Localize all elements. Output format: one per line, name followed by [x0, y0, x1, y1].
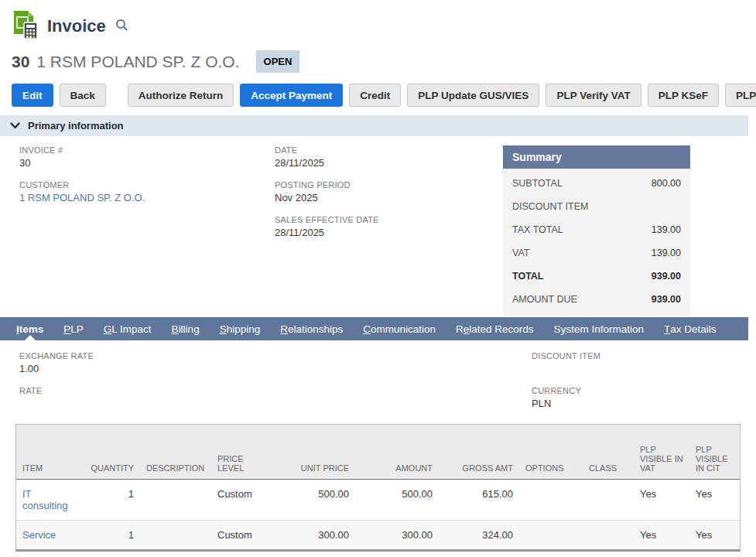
field-value [19, 398, 532, 409]
field-value: 1.00 [19, 363, 532, 374]
field-value: 28/11/2025 [275, 157, 503, 169]
tab-system-information[interactable]: System Information [544, 317, 654, 340]
cell-unit-price: 500.00 [272, 479, 355, 520]
page-title: Invoice [47, 16, 106, 36]
cell-class [583, 479, 634, 520]
tab-billing[interactable]: Billing [162, 317, 210, 340]
field-currency: CURRENCY PLN [532, 386, 756, 409]
back-button[interactable]: Back [60, 84, 106, 107]
summary-value: 939.00 [652, 271, 681, 282]
cell-plp-visible-in-vat: Yes [634, 479, 689, 520]
cell-options [519, 479, 583, 520]
tab-communication[interactable]: Communication [353, 317, 446, 340]
active-tab-notch [25, 335, 36, 340]
cell-options [519, 520, 583, 549]
field-rate: RATE [19, 386, 532, 409]
field-label: DATE [275, 145, 503, 155]
tab-related-records[interactable]: Related Records [446, 317, 544, 340]
cell-unit-price: 300.00 [272, 520, 355, 549]
field-value [532, 363, 756, 374]
column-header-options: OPTIONS [519, 425, 583, 479]
primary-information-body: INVOICE # 30 CUSTOMER 1 RSM POLAND SP. Z… [0, 136, 756, 317]
cell-quantity: 1 [72, 479, 140, 520]
field-invoice-number: INVOICE # 30 [19, 145, 275, 169]
summary-value: 139.00 [652, 248, 681, 258]
search-icon[interactable] [115, 19, 128, 35]
summary-value: 939.00 [652, 294, 681, 305]
summary-title: Summary [503, 145, 690, 169]
summary-label: SUBTOTAL [512, 178, 563, 189]
summary-row-tax-total: TAX TOTAL139.00 [503, 218, 690, 241]
field-exchange-rate: EXCHANGE RATE 1.00 [19, 351, 532, 374]
field-sales-effective-date: SALES EFFECTIVE DATE 28/11/2025 [275, 215, 503, 238]
item-link[interactable]: Service [22, 529, 56, 541]
column-header-plp-visible-in-vat: PLP VISIBLE IN VAT [634, 425, 689, 479]
field-label: CUSTOMER [19, 180, 275, 190]
field-label: RATE [19, 386, 532, 395]
summary-label: TOTAL [512, 271, 544, 282]
tab-gl-impact[interactable]: GL Impact [94, 317, 162, 340]
column-header-item: ITEM [16, 425, 72, 479]
record-name: 1 RSM POLAND SP. Z O.O. [36, 53, 239, 71]
field-discount-item: DISCOUNT ITEM [532, 351, 756, 374]
credit-button[interactable]: Credit [349, 84, 401, 107]
summary-value: 800.00 [652, 178, 681, 189]
cell-plp-visible-in-cit: Yes [689, 520, 740, 549]
tab-plp[interactable]: PLP [53, 317, 94, 340]
authorize-return-button[interactable]: Authorize Return [128, 84, 234, 107]
column-header-unit-price: UNIT PRICE [272, 425, 355, 479]
cell-description [140, 479, 211, 520]
cell-quantity: 1 [72, 520, 140, 549]
cell-gross-amt: 324.00 [439, 520, 519, 549]
plp-ksef-button[interactable]: PLP KSeF [648, 84, 719, 107]
summary-row-amount-due: AMOUNT DUE939.00 [503, 288, 690, 311]
field-label: CURRENCY [532, 386, 756, 395]
field-date: DATE 28/11/2025 [275, 145, 503, 169]
summary-value: 139.00 [652, 224, 681, 235]
invoice-icon [12, 9, 39, 43]
cell-gross-amt: 615.00 [439, 479, 519, 520]
page-header: Invoice 30 1 RSM POLAND SP. Z O.O. OPEN [0, 0, 756, 73]
cell-plp-visible-in-cit: Yes [689, 479, 740, 520]
table-row: Service1Custom300.00300.00324.00YesYes [16, 520, 740, 549]
summary-row-discount-item: DISCOUNT ITEM [503, 195, 690, 218]
tab-bar: ItemsPLPGL ImpactBillingShippingRelation… [0, 317, 748, 340]
field-label: INVOICE # [19, 145, 275, 155]
cell-price-level: Custom [211, 479, 272, 520]
column-header-gross-amt: GROSS AMT [439, 425, 519, 479]
summary-row-subtotal: SUBTOTAL800.00 [503, 172, 690, 195]
column-header-amount: AMOUNT [355, 425, 439, 479]
tab-items[interactable]: Items [6, 317, 53, 340]
plp-verify-vat-button[interactable]: PLP Verify VAT [546, 84, 641, 107]
primary-information-bar[interactable]: Primary information [0, 115, 748, 136]
toolbar: EditBackAuthorize ReturnAccept PaymentCr… [12, 84, 756, 107]
summary-label: VAT [512, 248, 529, 258]
column-header-plp-visible-in-cit: PLP VISIBLE IN CIT [689, 425, 740, 479]
items-table: ITEMQUANTITYDESCRIPTIONPRICE LEVELUNIT P… [15, 424, 741, 552]
tab-shipping[interactable]: Shipping [210, 317, 271, 340]
customer-link[interactable]: 1 RSM POLAND SP. Z O.O. [19, 192, 275, 203]
status-badge: OPEN [256, 50, 300, 73]
plp-update-gus-vies-button[interactable]: PLP Update GUS/VIES [407, 84, 539, 107]
column-header-description: DESCRIPTION [140, 425, 211, 479]
cell-item: Service [16, 520, 72, 549]
summary-row-vat: VAT139.00 [503, 241, 690, 265]
items-tab-fields: EXCHANGE RATE 1.00 RATE DISCOUNT ITEM CU… [0, 340, 756, 421]
plp-print-button[interactable]: PLP Print [725, 84, 756, 107]
field-label: DISCOUNT ITEM [532, 351, 756, 361]
column-header-class: CLASS [583, 425, 634, 479]
chevron-down-icon[interactable] [10, 122, 20, 129]
edit-button[interactable]: Edit [12, 84, 53, 107]
field-value: 30 [19, 157, 275, 169]
tab-tax-details[interactable]: Tax Details [654, 317, 727, 340]
item-link[interactable]: IT consulting [22, 488, 68, 511]
field-value: Nov 2025 [275, 192, 503, 203]
field-customer: CUSTOMER 1 RSM POLAND SP. Z O.O. [19, 180, 275, 203]
cell-description [140, 520, 211, 549]
summary-label: DISCOUNT ITEM [512, 201, 588, 212]
tab-relationships[interactable]: Relationships [270, 317, 353, 340]
field-value: 28/11/2025 [275, 227, 503, 238]
accept-payment-button[interactable]: Accept Payment [240, 84, 343, 107]
field-label: EXCHANGE RATE [19, 351, 532, 361]
record-id: 30 [12, 53, 29, 71]
